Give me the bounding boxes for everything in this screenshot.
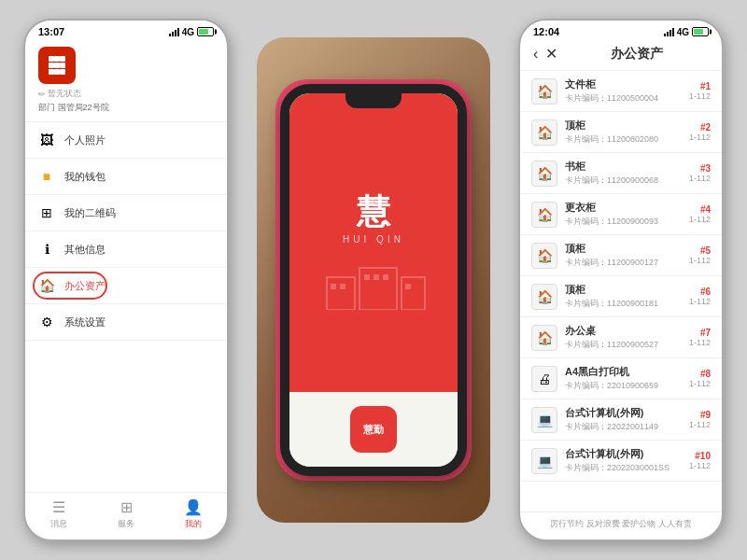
asset-item-5[interactable]: 🏠 顶柜 卡片编码：11200900127 #5 1-112 [520,235,722,276]
asset-name-2: 顶柜 [565,119,682,133]
asset-info-2: 顶柜 卡片编码：11200802080 [565,119,682,146]
svg-rect-12 [331,284,336,289]
asset-num-4: #4 [689,204,711,215]
asset-info-4: 更衣柜 卡片编码：11200900093 [565,201,682,228]
left-phone: 13:07 4G [23,19,229,541]
asset-icon-10: 💻 [531,448,557,474]
nav-home[interactable]: ☰ 消息 [25,498,92,530]
nav-profile-label: 我的 [185,518,202,530]
other-icon: ℹ [38,241,55,258]
svg-rect-9 [327,277,355,310]
right-status-bar: 12:04 4G [520,21,722,39]
asset-num-1: #1 [689,81,711,91]
asset-range-10: 1-112 [689,461,711,470]
right-phone: 12:04 4G ‹ ✕ 办公资产 🏠 [518,19,724,541]
splash-bottom: 慧勤 [289,392,458,467]
menu-item-other[interactable]: ℹ 其他信息 [25,231,227,268]
asset-item-3[interactable]: 🏠 书柜 卡片编码：11200900068 #3 1-112 [520,153,722,194]
asset-name-6: 顶柜 [565,283,682,297]
asset-range-3: 1-112 [689,174,711,183]
assets-icon: 🏠 [38,277,55,294]
asset-code-10: 卡片编码：22022030001SS [565,462,682,474]
asset-info-7: 办公桌 卡片编码：11200900527 [565,324,682,351]
svg-rect-16 [383,274,388,280]
left-status-bar: 13:07 4G [25,21,227,39]
menu-item-qrcode[interactable]: ⊞ 我的二维码 [25,195,227,231]
menu-item-photo[interactable]: 🖼 个人照片 [25,122,227,159]
menu-list: 🖼 个人照片 ■ 我的钱包 ⊞ 我的二维码 ℹ 其他信息 🏠 办公资产 ⚙ [25,122,227,492]
asset-num-9: #9 [689,410,711,420]
menu-label-qrcode: 我的二维码 [64,206,116,220]
signal-icon [169,27,179,36]
asset-num-2: #2 [689,122,711,133]
menu-item-assets[interactable]: 🏠 办公资产 [25,268,227,304]
asset-info-3: 书柜 卡片编码：11200900068 [565,160,682,187]
svg-rect-14 [364,274,370,280]
asset-range-7: 1-112 [689,338,711,347]
asset-icon-3: 🏠 [531,161,557,187]
asset-item-10[interactable]: 💻 台式计算机(外网) 卡片编码：22022030001SS #10 1-112 [520,441,722,482]
menu-label-photo: 个人照片 [64,133,106,147]
asset-item-4[interactable]: 🏠 更衣柜 卡片编码：11200900093 #4 1-112 [520,194,722,235]
asset-name-8: A4黑白打印机 [565,365,682,379]
svg-rect-2 [60,56,65,62]
close-button[interactable]: ✕ [545,45,557,63]
nav-services[interactable]: ⊞ 服务 [92,498,160,530]
svg-rect-0 [49,56,54,62]
right-header: ‹ ✕ 办公资产 [520,39,722,71]
menu-item-wallet[interactable]: ■ 我的钱包 [25,159,227,195]
phone-notch [345,93,402,108]
svg-rect-7 [54,69,60,75]
asset-range-2: 1-112 [689,133,711,142]
asset-item-2[interactable]: 🏠 顶柜 卡片编码：11200802080 #2 1-112 [520,112,722,153]
asset-item-8[interactable]: 🖨 A4黑白打印机 卡片编码：22010900659 #8 1-112 [520,358,722,399]
asset-code-3: 卡片编码：11200900068 [565,175,682,187]
asset-name-10: 台式计算机(外网) [565,447,682,461]
asset-item-9[interactable]: 💻 台式计算机(外网) 卡片编码：22022001149 #9 1-112 [520,399,722,441]
svg-rect-10 [359,268,397,310]
asset-info-9: 台式计算机(外网) 卡片编码：22022001149 [565,406,682,433]
middle-phone: 慧 HUI QIN [280,84,467,476]
hand-visual: 慧 HUI QIN [257,37,490,523]
asset-icon-5: 🏠 [531,243,557,269]
asset-num-10: #10 [689,451,711,461]
menu-item-settings[interactable]: ⚙ 系统设置 [25,304,227,341]
asset-name-3: 书柜 [565,160,682,174]
right-signal-icon [664,27,674,36]
asset-num-6: #6 [689,287,711,297]
photo-icon: 🖼 [38,132,55,148]
asset-name-5: 顶柜 [565,242,682,256]
asset-code-2: 卡片编码：11200802080 [565,133,682,146]
asset-item-6[interactable]: 🏠 顶柜 卡片编码：11200900181 #6 1-112 [520,276,722,317]
back-button[interactable]: ‹ [533,46,538,63]
asset-code-9: 卡片编码：22022001149 [565,421,682,433]
building-illustration [317,263,430,310]
asset-icon-9: 💻 [531,407,557,433]
asset-item-7[interactable]: 🏠 办公桌 卡片编码：11200900527 #7 1-112 [520,317,722,358]
profile-dept: 部门 国管局22号院 [38,102,214,114]
nav-home-label: 消息 [50,518,67,530]
bottom-nav: ☰ 消息 ⊞ 服务 👤 我的 [25,492,227,539]
asset-range-1: 1-112 [689,91,711,101]
menu-label-other: 其他信息 [64,243,106,257]
app-icon[interactable]: 慧勤 [350,406,397,453]
asset-range-5: 1-112 [689,256,711,265]
splash-title: 慧 [357,195,390,229]
asset-icon-6: 🏠 [531,284,557,310]
network-type: 4G [182,27,194,37]
qrcode-icon: ⊞ [38,204,55,221]
asset-item-1[interactable]: 🏠 文件柜 卡片编码：11200500004 #1 1-112 [520,71,722,112]
asset-num-8: #8 [689,369,711,379]
asset-range-8: 1-112 [689,379,711,388]
left-time: 13:07 [38,26,64,37]
nav-home-icon: ☰ [52,498,65,516]
asset-num-5: #5 [689,245,711,256]
svg-rect-8 [60,69,65,75]
asset-range-4: 1-112 [689,215,711,224]
nav-profile[interactable]: 👤 我的 [160,498,227,530]
asset-name-7: 办公桌 [565,324,682,338]
asset-icon-4: 🏠 [531,202,557,228]
wallet-icon: ■ [38,168,55,185]
menu-label-assets: 办公资产 [64,279,106,293]
asset-code-8: 卡片编码：22010900659 [565,380,682,392]
